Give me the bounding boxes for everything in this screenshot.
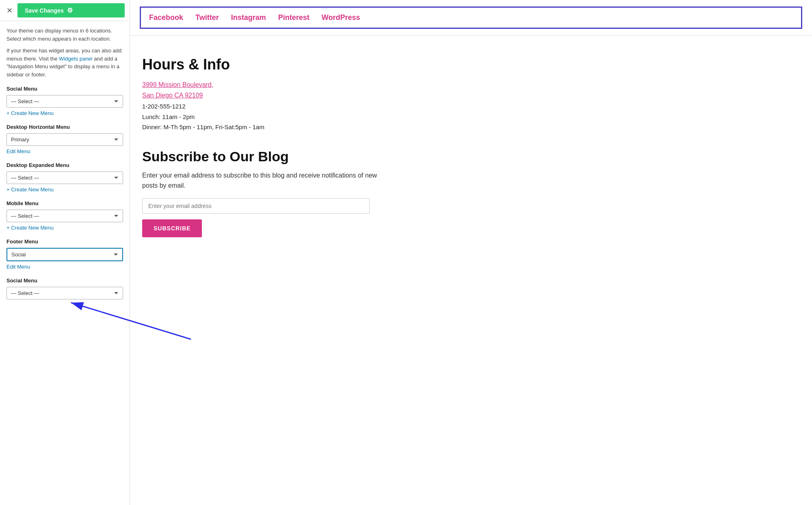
desktop-expanded-select[interactable]: — Select — Social Primary — [6, 171, 123, 184]
nav-wordpress[interactable]: WordPress — [322, 13, 360, 22]
main-content: Hours & Info 3999 Mission Boulevard, San… — [130, 48, 812, 254]
panel-content: Your theme can display menus in 6 locati… — [0, 21, 130, 505]
left-panel: ✕ Save Changes ⚙ Your theme can display … — [0, 0, 130, 505]
hours-title: Hours & Info — [142, 56, 800, 73]
section-desktop-expanded: Desktop Expanded Menu — Select — Social … — [6, 162, 123, 193]
footer-menu-select[interactable]: — Select — Social Primary — [6, 248, 123, 261]
create-menu-link-1[interactable]: + Create New Menu — [6, 110, 54, 116]
nav-twitter[interactable]: Twitter — [195, 13, 219, 22]
nav-facebook[interactable]: Facebook — [149, 13, 183, 22]
section-label-social-menu-2: Social Menu — [6, 277, 123, 284]
close-button[interactable]: ✕ — [5, 4, 14, 17]
phone-number: 1-202-555-1212 — [142, 101, 800, 112]
subscribe-button[interactable]: SUBSCRIBE — [142, 219, 202, 237]
create-menu-link-2[interactable]: + Create New Menu — [6, 186, 54, 193]
section-desktop-horizontal: Desktop Horizontal Menu Primary — Select… — [6, 124, 123, 155]
edit-menu-link-desktop-horizontal[interactable]: Edit Menu — [6, 148, 30, 154]
section-social-menu: Social Menu — Select — Social Primary + … — [6, 86, 123, 117]
section-label-social-menu: Social Menu — [6, 86, 123, 92]
subscribe-desc: Enter your email address to subscribe to… — [142, 170, 386, 191]
address-line1[interactable]: 3999 Mission Boulevard, San Diego CA 921… — [142, 80, 800, 100]
section-label-footer-menu: Footer Menu — [6, 238, 123, 245]
description-text-1: Your theme can display menus in 6 locati… — [6, 27, 123, 43]
close-icon: ✕ — [6, 6, 13, 15]
lunch-hours: Lunch: 11am - 2pm — [142, 112, 800, 122]
dinner-hours: Dinner: M-Th 5pm - 11pm, Fri-Sat:5pm - 1… — [142, 122, 800, 132]
section-mobile-menu: Mobile Menu — Select — Social Primary + … — [6, 200, 123, 231]
social-nav-bar: Facebook Twitter Instagram Pinterest Wor… — [140, 7, 802, 29]
nav-pinterest[interactable]: Pinterest — [278, 13, 310, 22]
save-button[interactable]: Save Changes ⚙ — [17, 3, 125, 17]
social-menu-select[interactable]: — Select — Social Primary — [6, 95, 123, 108]
save-label: Save Changes — [25, 7, 64, 14]
section-social-menu-2: Social Menu — Select — Social Primary — [6, 277, 123, 299]
gear-icon: ⚙ — [67, 7, 73, 14]
divider — [130, 35, 812, 36]
nav-instagram[interactable]: Instagram — [231, 13, 266, 22]
description-text-2: If your theme has widget areas, you can … — [6, 47, 123, 78]
create-menu-link-3[interactable]: + Create New Menu — [6, 225, 54, 231]
section-label-desktop-expanded: Desktop Expanded Menu — [6, 162, 123, 168]
section-label-desktop-horizontal: Desktop Horizontal Menu — [6, 124, 123, 130]
edit-menu-link-footer[interactable]: Edit Menu — [6, 264, 30, 270]
top-bar: ✕ Save Changes ⚙ — [0, 0, 130, 21]
section-footer-menu: Footer Menu — Select — Social Primary Ed… — [6, 238, 123, 270]
email-input[interactable] — [142, 198, 370, 214]
desktop-horizontal-select[interactable]: Primary — Select — Social — [6, 133, 123, 146]
mobile-menu-select[interactable]: — Select — Social Primary — [6, 210, 123, 222]
subscribe-title: Subscribe to Our Blog — [142, 149, 800, 165]
social-menu-select-2[interactable]: — Select — Social Primary — [6, 287, 123, 299]
right-panel: Facebook Twitter Instagram Pinterest Wor… — [130, 0, 812, 505]
widgets-panel-link[interactable]: Widgets panel — [59, 56, 92, 62]
section-label-mobile-menu: Mobile Menu — [6, 200, 123, 206]
